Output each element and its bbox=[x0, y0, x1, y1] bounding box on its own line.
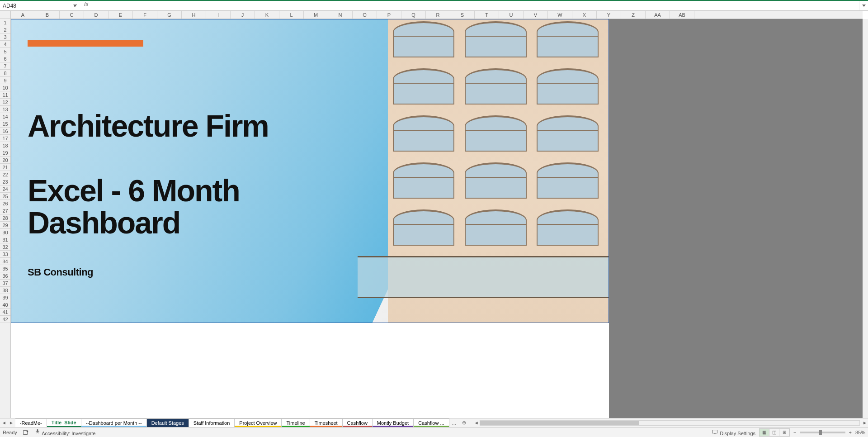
sheet-tab[interactable]: Cashflow bbox=[343, 418, 373, 427]
name-box-dropdown[interactable] bbox=[73, 5, 77, 7]
accessibility-status[interactable]: Accessibility: Investigate bbox=[34, 429, 96, 436]
sheet-tab[interactable]: Project Overview bbox=[235, 418, 282, 427]
row-header[interactable]: 31 bbox=[0, 236, 10, 243]
row-header[interactable]: 26 bbox=[0, 200, 10, 207]
column-header[interactable]: J bbox=[231, 11, 255, 19]
zoom-in-button[interactable]: + bbox=[849, 430, 852, 435]
formula-bar-expand[interactable] bbox=[859, 1, 868, 10]
row-header[interactable]: 13 bbox=[0, 106, 10, 113]
row-header[interactable]: 11 bbox=[0, 91, 10, 99]
column-header[interactable]: C bbox=[60, 11, 84, 19]
column-header[interactable]: AB bbox=[670, 11, 694, 19]
select-all-corner[interactable] bbox=[0, 11, 11, 19]
row-header[interactable]: 35 bbox=[0, 265, 10, 272]
row-header[interactable]: 15 bbox=[0, 120, 10, 128]
row-header[interactable]: 33 bbox=[0, 251, 10, 258]
column-header[interactable]: S bbox=[450, 11, 475, 19]
column-header[interactable]: Q bbox=[401, 11, 426, 19]
tab-nav-prev-icon[interactable]: ◄ bbox=[2, 420, 6, 425]
row-header[interactable]: 37 bbox=[0, 280, 10, 287]
vertical-scrollbar[interactable] bbox=[863, 19, 868, 418]
row-header[interactable]: 18 bbox=[0, 142, 10, 149]
macro-record-icon[interactable] bbox=[23, 429, 29, 436]
sheet-tab[interactable]: Timesheet bbox=[310, 418, 343, 427]
row-header[interactable]: 30 bbox=[0, 229, 10, 236]
column-header[interactable]: R bbox=[426, 11, 450, 19]
horizontal-scrollbar[interactable]: ◄ ► bbox=[470, 418, 868, 427]
row-header[interactable]: 7 bbox=[0, 62, 10, 70]
view-normal-icon[interactable]: ▦ bbox=[760, 429, 769, 436]
row-header[interactable]: 40 bbox=[0, 301, 10, 309]
column-header[interactable]: N bbox=[328, 11, 353, 19]
row-header[interactable]: 23 bbox=[0, 178, 10, 185]
row-header[interactable]: 10 bbox=[0, 84, 10, 91]
row-header[interactable]: 16 bbox=[0, 128, 10, 135]
column-header[interactable]: X bbox=[572, 11, 597, 19]
row-header[interactable]: 27 bbox=[0, 207, 10, 214]
column-header[interactable]: D bbox=[84, 11, 108, 19]
column-header[interactable]: U bbox=[499, 11, 524, 19]
row-header[interactable]: 25 bbox=[0, 193, 10, 200]
row-header[interactable]: 3 bbox=[0, 33, 10, 41]
column-header[interactable]: G bbox=[157, 11, 182, 19]
row-header[interactable]: 41 bbox=[0, 309, 10, 316]
sheet-tab[interactable]: Montly Budget bbox=[373, 418, 414, 427]
column-header[interactable]: T bbox=[475, 11, 499, 19]
column-header[interactable]: W bbox=[548, 11, 572, 19]
column-header[interactable]: K bbox=[255, 11, 279, 19]
column-header[interactable]: Y bbox=[597, 11, 621, 19]
tab-nav-next-icon[interactable]: ► bbox=[9, 420, 14, 425]
row-header[interactable]: 17 bbox=[0, 135, 10, 142]
name-box[interactable] bbox=[0, 1, 73, 10]
cells-area[interactable]: Architecture Firm Excel - 6 Month Dashbo… bbox=[11, 19, 863, 418]
row-header[interactable]: 4 bbox=[0, 41, 10, 48]
column-header[interactable]: B bbox=[35, 11, 60, 19]
column-header[interactable]: Z bbox=[621, 11, 646, 19]
column-header[interactable]: P bbox=[377, 11, 401, 19]
column-header[interactable]: I bbox=[206, 11, 231, 19]
zoom-out-button[interactable]: − bbox=[793, 430, 796, 435]
column-header[interactable]: H bbox=[182, 11, 206, 19]
row-header[interactable]: 12 bbox=[0, 99, 10, 106]
row-header[interactable]: 20 bbox=[0, 157, 10, 164]
row-header[interactable]: 28 bbox=[0, 214, 10, 222]
sheet-tab[interactable]: Default Stages bbox=[147, 418, 189, 427]
row-header[interactable]: 21 bbox=[0, 164, 10, 171]
row-header[interactable]: 24 bbox=[0, 185, 10, 193]
column-header[interactable]: O bbox=[353, 11, 377, 19]
row-header[interactable]: 8 bbox=[0, 70, 10, 77]
fx-label[interactable]: fx bbox=[81, 1, 92, 10]
row-header[interactable]: 14 bbox=[0, 113, 10, 120]
row-header[interactable]: 29 bbox=[0, 222, 10, 229]
tab-overflow[interactable]: ... bbox=[449, 418, 459, 427]
sheet-tab[interactable]: Timeline bbox=[282, 418, 310, 427]
row-header[interactable]: 34 bbox=[0, 258, 10, 265]
row-header[interactable]: 2 bbox=[0, 26, 10, 33]
sheet-tab[interactable]: Cashflow ... bbox=[414, 418, 449, 427]
row-header[interactable]: 19 bbox=[0, 149, 10, 157]
column-header[interactable]: L bbox=[279, 11, 304, 19]
column-header[interactable]: E bbox=[108, 11, 133, 19]
row-header[interactable]: 42 bbox=[0, 316, 10, 323]
column-header[interactable]: M bbox=[304, 11, 328, 19]
view-page-break-icon[interactable]: ⊞ bbox=[779, 429, 789, 436]
zoom-slider[interactable] bbox=[800, 432, 845, 433]
hscroll-track[interactable] bbox=[480, 420, 860, 426]
new-sheet-button[interactable]: ⊕ bbox=[459, 418, 470, 427]
zoom-level[interactable]: 85% bbox=[855, 430, 865, 435]
sheet-tab[interactable]: --Dashboard per Month -- bbox=[81, 418, 147, 427]
column-header[interactable]: A bbox=[11, 11, 35, 19]
display-settings-button[interactable]: Display Settings bbox=[712, 429, 755, 436]
view-page-layout-icon[interactable]: ◫ bbox=[769, 429, 779, 436]
sheet-tab[interactable]: -ReadMe- bbox=[15, 418, 47, 427]
row-header[interactable]: 39 bbox=[0, 294, 10, 301]
row-header[interactable]: 1 bbox=[0, 19, 10, 26]
scroll-left-icon[interactable]: ◄ bbox=[473, 420, 480, 425]
formula-input[interactable] bbox=[92, 1, 859, 10]
row-header[interactable]: 6 bbox=[0, 55, 10, 62]
row-header[interactable]: 32 bbox=[0, 243, 10, 251]
row-header[interactable]: 5 bbox=[0, 48, 10, 55]
row-header[interactable]: 22 bbox=[0, 171, 10, 178]
hscroll-thumb[interactable] bbox=[480, 421, 639, 425]
row-header[interactable]: 38 bbox=[0, 287, 10, 294]
